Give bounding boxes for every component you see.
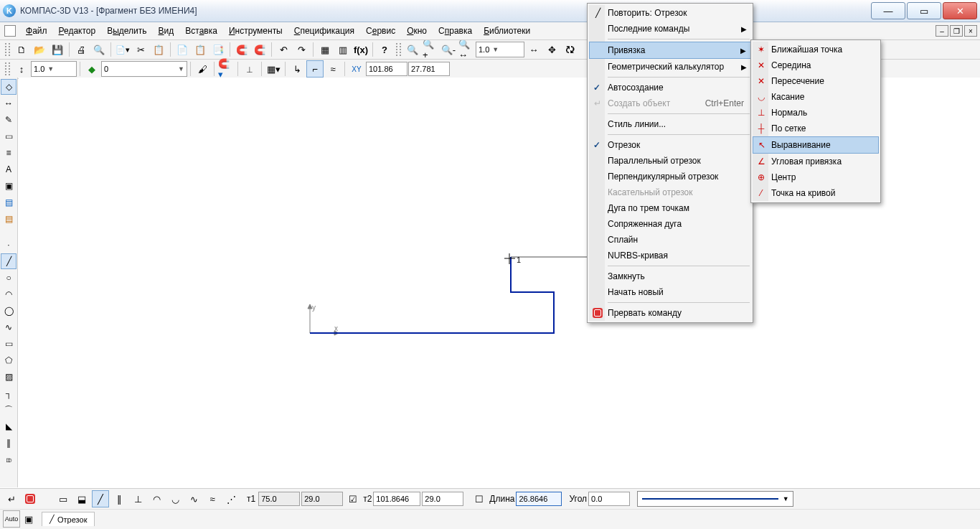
copy-icon[interactable]: ✂: [132, 41, 149, 58]
zoom-window-icon[interactable]: 🔍: [404, 41, 421, 58]
mdi-close[interactable]: ×: [964, 25, 977, 37]
snap-normal[interactable]: ⊥Нормаль: [753, 105, 879, 121]
zoom-out-icon[interactable]: 🔍-: [440, 41, 457, 58]
magnet2-icon[interactable]: 🧲: [251, 41, 268, 58]
snap-angle[interactable]: ∠Угловая привязка: [753, 154, 879, 169]
select-icon[interactable]: ▣: [1, 178, 17, 194]
help-icon[interactable]: ?: [376, 41, 393, 58]
t2y-field[interactable]: 29.0: [422, 492, 463, 506]
zoom-combo[interactable]: 1.0▼: [476, 42, 524, 57]
menu-insert[interactable]: Вставка: [179, 24, 223, 38]
ctx-nurbs[interactable]: NURBS-кривая: [589, 248, 751, 263]
move-icon[interactable]: ✥: [543, 41, 560, 58]
menu-edit[interactable]: Редактор: [53, 24, 102, 38]
geometry-icon[interactable]: ◇: [1, 79, 17, 95]
symbols-icon[interactable]: ✎: [1, 112, 17, 128]
collect-icon[interactable]: ⎄: [1, 451, 17, 467]
dock-icon[interactable]: ▣: [20, 510, 37, 528]
rep-icon[interactable]: ▤: [1, 211, 17, 227]
menu-window[interactable]: Окно: [401, 24, 433, 38]
measure-icon[interactable]: ⟂: [241, 60, 258, 78]
ctx-arc3[interactable]: Дуга по трем точкам: [589, 200, 751, 216]
mdi-restore[interactable]: ❐: [950, 25, 963, 37]
paste2-icon[interactable]: 📋: [192, 41, 209, 58]
point-icon[interactable]: ·: [1, 237, 17, 253]
menu-view[interactable]: Вид: [153, 24, 180, 38]
dimensions-icon[interactable]: ↔: [1, 95, 17, 111]
seg-mode-2-icon[interactable]: ⬓: [73, 490, 90, 507]
round-icon[interactable]: ≈: [324, 60, 341, 78]
snap-center[interactable]: ⊕Центр: [753, 169, 879, 185]
zoom-fit-icon[interactable]: 🔍↔: [458, 41, 475, 58]
redo-icon[interactable]: ↷: [293, 41, 310, 58]
snap-align[interactable]: ↖Выравнивание: [753, 136, 879, 154]
open-icon[interactable]: 📂: [31, 41, 48, 58]
snap-oncurve[interactable]: ∕Точка на кривой: [753, 185, 879, 201]
chamfer-icon[interactable]: ◣: [1, 418, 17, 434]
t1x-field[interactable]: 75.0: [258, 492, 300, 506]
ellipse-icon[interactable]: ◯: [1, 303, 17, 319]
ctx-linestyle[interactable]: Стиль линии...: [589, 116, 751, 132]
zoom-in-icon[interactable]: 🔍+: [422, 41, 439, 58]
aux-icon[interactable]: ┐: [1, 385, 17, 401]
coord-x-field[interactable]: 101.86: [366, 62, 407, 76]
layers-icon[interactable]: ◆: [83, 60, 100, 78]
menu-file[interactable]: Файл: [20, 24, 53, 38]
auto-obj-icon[interactable]: ↵: [3, 490, 20, 507]
coord-icon[interactable]: XY: [348, 60, 365, 78]
snap-grid[interactable]: ┼По сетке: [753, 121, 879, 136]
ctx-arc-conj[interactable]: Сопряженная дуга: [589, 216, 751, 232]
scale-combo[interactable]: 1.0▼: [31, 61, 77, 77]
seg-mode-9-icon[interactable]: ≈: [204, 490, 221, 507]
seg-mode-7-icon[interactable]: ◡: [166, 490, 184, 507]
menu-help[interactable]: Справка: [433, 24, 478, 38]
undo-icon[interactable]: ↶: [275, 41, 292, 58]
seg-mode-4-icon[interactable]: ‖: [110, 490, 128, 507]
stop-cmd-icon[interactable]: [22, 490, 39, 507]
ctx-new[interactable]: Начать новый: [589, 284, 751, 300]
grip[interactable]: [5, 43, 10, 56]
magnet-icon[interactable]: 🧲: [233, 41, 250, 58]
coord-y-field[interactable]: 27.781: [408, 62, 450, 76]
preview-icon[interactable]: 🔍: [90, 41, 108, 58]
fillet-icon[interactable]: ⌒: [1, 402, 17, 418]
polygon-icon[interactable]: ⬠: [1, 352, 17, 368]
menu-select[interactable]: Выделить: [101, 24, 152, 38]
menu-service[interactable]: Сервис: [360, 24, 401, 38]
seg-mode-1-icon[interactable]: ▭: [55, 490, 72, 507]
edit-icon[interactable]: ▭: [1, 128, 17, 144]
vars-icon[interactable]: f(x): [352, 41, 369, 58]
linestyle-swatch[interactable]: ▼: [637, 491, 793, 507]
close-button[interactable]: ✕: [943, 2, 977, 19]
seg-mode-3-icon[interactable]: ╱: [92, 490, 109, 507]
ctx-recent[interactable]: Последние команды▶: [589, 21, 751, 37]
state-icon[interactable]: ↕: [13, 60, 30, 78]
param-icon[interactable]: ≡: [1, 145, 17, 161]
mdi-min[interactable]: –: [936, 25, 948, 37]
ctx-stop[interactable]: Прервать команду: [589, 305, 751, 321]
seg-mode-10-icon[interactable]: ⋰: [222, 490, 240, 507]
snap-intersection[interactable]: ✕Пересечение: [753, 73, 879, 89]
ctx-parallel[interactable]: Параллельный отрезок: [589, 153, 751, 169]
cut-icon[interactable]: 📄▾: [114, 41, 131, 58]
save-icon[interactable]: 💾: [49, 41, 66, 58]
circle-icon[interactable]: ○: [1, 270, 17, 286]
grid-icon[interactable]: ▦▾: [265, 60, 282, 78]
ortho-icon[interactable]: ⌐: [306, 60, 324, 78]
auto2-icon[interactable]: Auto: [3, 510, 20, 528]
angle-field[interactable]: 0.0: [588, 492, 630, 506]
ctx-calc[interactable]: Геометрический калькулятор▶: [589, 59, 751, 75]
print-icon[interactable]: 🖨: [72, 41, 90, 58]
libs-icon[interactable]: ▥: [334, 41, 352, 58]
manager-icon[interactable]: ▦: [316, 41, 334, 58]
menu-spec[interactable]: Спецификация: [288, 24, 360, 38]
snap-mid[interactable]: ✕Середина: [753, 57, 879, 73]
brush-icon[interactable]: 🖌: [194, 60, 211, 78]
ctx-segment[interactable]: ✓Отрезок: [589, 137, 751, 153]
ctx-auto[interactable]: ✓Автосоздание: [589, 80, 751, 95]
paste-icon[interactable]: 📋: [150, 41, 167, 58]
menu-libs[interactable]: Библиотеки: [478, 24, 536, 38]
offset-icon[interactable]: ‖: [1, 435, 17, 451]
ctx-spline[interactable]: Сплайн: [589, 232, 751, 248]
copy2-icon[interactable]: 📄: [174, 41, 191, 58]
